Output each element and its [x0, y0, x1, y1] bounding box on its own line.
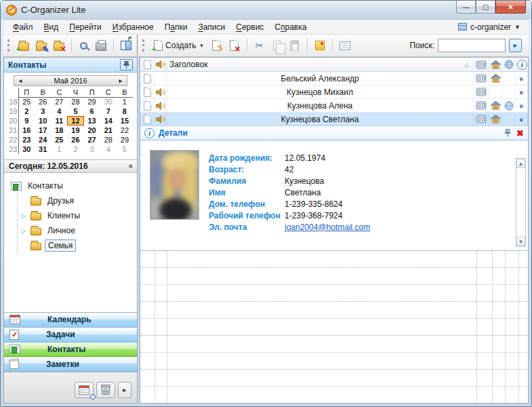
recycle-bin-button[interactable]	[96, 382, 115, 398]
contact-name[interactable]: Кузнецов Михаил	[167, 85, 474, 98]
contact-row[interactable]: Кузнецов Михаил »	[140, 85, 528, 99]
cut-button[interactable]: ✂	[251, 37, 268, 54]
calendar-day[interactable]: 30	[100, 97, 117, 106]
menu-view[interactable]: Вид	[39, 21, 64, 33]
calendar-day[interactable]: 4	[51, 106, 67, 116]
close-details-icon[interactable]: ✖	[516, 128, 524, 138]
column-info[interactable]: i	[516, 58, 528, 71]
calendar-day[interactable]: 7	[100, 106, 117, 116]
pin-button[interactable]	[120, 59, 133, 71]
contact-row[interactable]: Бельский Александр »	[140, 72, 528, 85]
calendar-day-today[interactable]: 12	[67, 116, 83, 125]
calendar-day[interactable]: 26	[35, 97, 51, 106]
column-doc[interactable]	[140, 58, 155, 71]
calendar-day[interactable]: 31	[35, 144, 51, 154]
app-menu-dropdown[interactable]: c-organizer ▼	[454, 21, 525, 33]
calendar-day[interactable]: 21	[100, 125, 117, 135]
menu-records[interactable]: Записи	[192, 21, 230, 33]
calendar-day[interactable]: 20	[84, 125, 100, 135]
collapse-chevron-icon[interactable]: »	[126, 164, 134, 168]
calendar-day[interactable]: 6	[84, 106, 100, 116]
calendar-day[interactable]: 1	[51, 144, 67, 154]
calendar-day[interactable]: 19	[67, 125, 83, 135]
toolbar-grip[interactable]	[142, 39, 147, 52]
calendar-day[interactable]: 22	[117, 125, 133, 135]
expand-triangle-icon[interactable]: ▷	[20, 228, 27, 234]
calendar-day[interactable]: 2	[67, 144, 83, 154]
calendar-day[interactable]: 29	[117, 135, 133, 144]
minimize-button[interactable]: —	[456, 1, 476, 14]
expand-row-button[interactable]: »	[516, 72, 528, 85]
calendar-day[interactable]: 16	[18, 125, 35, 135]
calendar-day[interactable]: 25	[51, 135, 67, 144]
print-button[interactable]	[93, 37, 109, 54]
expand-row-button[interactable]: »	[516, 113, 528, 125]
menu-folders[interactable]: Папки	[159, 21, 193, 33]
menu-file[interactable]: Файл	[7, 21, 39, 33]
calendar-day[interactable]: 18	[51, 125, 67, 135]
column-phone[interactable]	[474, 58, 489, 71]
tree-root-contacts[interactable]: Контакты	[11, 178, 134, 193]
calendar-day[interactable]: 9	[18, 116, 35, 125]
calendar-day[interactable]: 25	[18, 97, 35, 106]
calendar-day[interactable]: 11	[51, 116, 67, 125]
calendar-day[interactable]: 15	[117, 116, 133, 125]
details-view-button[interactable]	[337, 37, 353, 54]
tree-item-clients[interactable]: ▷ Клиенты	[20, 208, 134, 223]
maximize-button[interactable]: ▢	[476, 1, 495, 14]
add-folder-button[interactable]: +	[16, 37, 32, 54]
copy-button[interactable]	[269, 37, 285, 54]
column-speaker[interactable]	[155, 58, 167, 71]
nav-notes[interactable]: Заметки	[4, 357, 137, 372]
contact-row[interactable]: Кузнецова Алена »	[140, 99, 528, 113]
close-button[interactable]: ✕	[495, 1, 526, 14]
calendar-day[interactable]: 27	[51, 97, 67, 106]
nav-contacts[interactable]: Контакты	[4, 343, 137, 357]
calendar-day[interactable]: 3	[84, 144, 100, 154]
calendar-day[interactable]: 24	[35, 135, 51, 144]
calendar-day[interactable]: 1	[117, 97, 133, 106]
calendar-view-button[interactable]	[75, 382, 94, 398]
calendar-day[interactable]: 23	[18, 135, 35, 144]
expand-row-button[interactable]: »	[516, 85, 528, 98]
paste-button[interactable]	[287, 37, 303, 54]
contact-row-selected[interactable]: Кузнецова Светлана »	[140, 113, 528, 126]
calendar-day[interactable]: 28	[67, 97, 83, 106]
panels-layout-button[interactable]	[118, 37, 134, 54]
menu-help[interactable]: Справка	[269, 21, 312, 33]
tree-item-family[interactable]: ▷ Семья	[20, 238, 134, 253]
create-button[interactable]: + Создать ▼	[151, 37, 207, 54]
nav-tasks[interactable]: Задачи	[4, 328, 137, 343]
edit-folder-button[interactable]: ✎	[33, 37, 49, 54]
prev-month-button[interactable]: ◄	[18, 78, 23, 84]
sticky-note-button[interactable]	[312, 37, 328, 54]
sort-ascending-icon[interactable]: △	[464, 61, 469, 68]
calendar-day[interactable]: 3	[35, 106, 51, 116]
scroll-up-icon[interactable]: ▲	[516, 159, 525, 168]
calendar-day[interactable]: 13	[84, 116, 100, 125]
search-input[interactable]	[438, 39, 506, 52]
search-go-button[interactable]: ►	[509, 39, 522, 52]
delete-folder-button[interactable]: ✕	[51, 37, 67, 54]
contact-name[interactable]: Бельский Александр	[167, 72, 474, 85]
expand-row-button[interactable]: »	[516, 99, 528, 112]
column-web[interactable]	[502, 58, 516, 71]
toolbar-grip[interactable]	[7, 39, 12, 52]
tree-item-personal[interactable]: ▷ Личное	[20, 223, 134, 238]
menu-service[interactable]: Сервис	[230, 21, 269, 33]
next-month-button[interactable]: ►	[118, 78, 123, 84]
scroll-down-icon[interactable]: ▼	[516, 237, 525, 246]
expand-triangle-icon[interactable]: ▷	[20, 213, 27, 219]
calendar-day[interactable]: 5	[117, 144, 133, 154]
calendar-day[interactable]: 8	[117, 106, 133, 116]
pin-icon[interactable]	[504, 129, 511, 137]
calendar-day[interactable]: 4	[100, 144, 117, 154]
calendar-day[interactable]: 28	[100, 135, 117, 144]
email-link[interactable]: joan2004@hotmail.com	[285, 222, 370, 232]
search-button[interactable]	[75, 37, 91, 54]
calendar-day[interactable]: 29	[84, 97, 100, 106]
column-title[interactable]: Заголовок △	[167, 58, 474, 71]
calendar-day[interactable]: 10	[35, 116, 51, 125]
today-bar[interactable]: Сегодня: 12.05.2016 »	[4, 159, 137, 173]
delete-record-button[interactable]: ✕	[226, 37, 243, 54]
